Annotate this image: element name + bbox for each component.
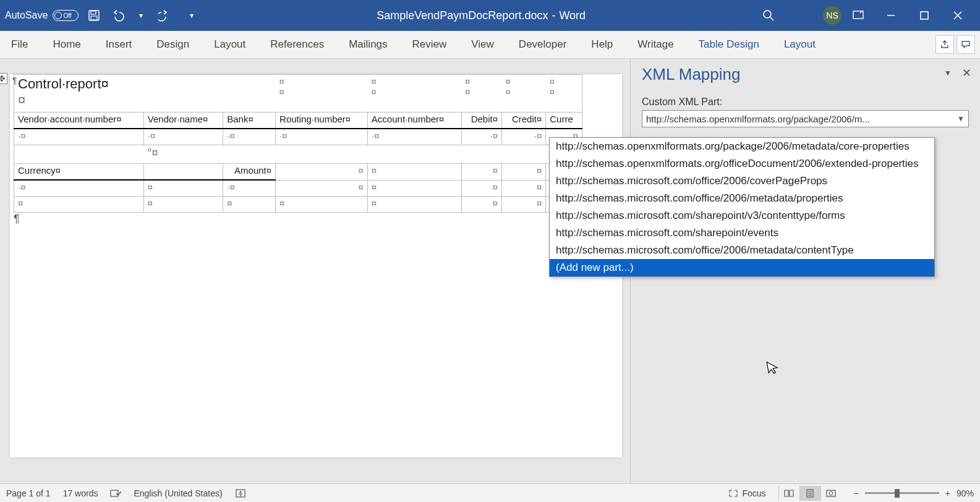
- tab-file[interactable]: File: [11, 38, 28, 51]
- dropdown-option[interactable]: http://schemas.microsoft.com/office/2006…: [550, 190, 934, 207]
- document-page: ✥ ¶ Control·report¤ ¤ ¤¤ ¤¤ ¤¤ ¤¤ ¤¤: [10, 74, 622, 457]
- tab-home[interactable]: Home: [53, 38, 80, 51]
- document-table[interactable]: Control·report¤ ¤ ¤¤ ¤¤ ¤¤ ¤¤ ¤¤ Vendor·…: [14, 74, 582, 213]
- spellcheck-icon[interactable]: [110, 488, 121, 498]
- zoom-in-button[interactable]: +: [945, 488, 950, 498]
- svg-rect-10: [111, 490, 118, 496]
- col-vendor-name: Vendor·name¤: [143, 113, 223, 129]
- cell-mark: ·¤: [18, 182, 26, 192]
- svg-line-4: [770, 17, 773, 20]
- title-bar: AutoSave Off ▾ ▾ SampleVendPaymDocReport…: [0, 0, 980, 31]
- zoom-controls: − + 90%: [854, 488, 974, 498]
- pilcrow-icon: ¶: [14, 213, 20, 225]
- pilcrow-icon: ¶: [12, 75, 17, 85]
- comments-icon[interactable]: [957, 35, 975, 54]
- col-vendor-account: Vendor·account·number¤: [14, 113, 144, 129]
- status-words[interactable]: 17 words: [63, 488, 98, 498]
- cell-mark: ¤: [537, 182, 542, 192]
- cell-mark: ¤: [493, 165, 498, 176]
- close-icon[interactable]: [953, 11, 975, 20]
- cell-mark: ¤: [279, 76, 284, 87]
- cell-mark: ·¤: [18, 130, 26, 141]
- dropdown-option[interactable]: http://schemas.openxmlformats.org/packag…: [550, 138, 934, 155]
- tab-writage[interactable]: Writage: [637, 38, 673, 51]
- tab-developer[interactable]: Developer: [519, 38, 567, 51]
- svg-point-18: [829, 491, 833, 495]
- tab-references[interactable]: References: [270, 38, 324, 51]
- ribbon-display-options-icon[interactable]: [853, 11, 875, 20]
- dropdown-option[interactable]: http://schemas.openxmlformats.org/office…: [550, 155, 934, 172]
- cell-mark: ¤: [359, 182, 364, 192]
- undo-icon[interactable]: [109, 7, 126, 23]
- col-currency-cut: Curre: [546, 113, 582, 129]
- redo-icon[interactable]: [156, 7, 173, 23]
- cell-mark: ·¤: [227, 130, 235, 141]
- document-area[interactable]: ✥ ¶ Control·report¤ ¤ ¤¤ ¤¤ ¤¤ ¤¤ ¤¤: [0, 59, 631, 483]
- cell-mark: ¤: [372, 165, 377, 176]
- tab-review[interactable]: Review: [412, 38, 447, 51]
- accessibility-icon[interactable]: [235, 488, 246, 498]
- share-icon[interactable]: [935, 35, 954, 54]
- dropdown-option-add-new[interactable]: (Add new part...): [550, 259, 934, 276]
- web-layout-icon[interactable]: [820, 486, 842, 501]
- svg-rect-0: [89, 11, 99, 20]
- tab-layout[interactable]: Layout: [214, 38, 245, 51]
- cell-mark: ¤: [465, 76, 470, 87]
- tab-view[interactable]: View: [471, 38, 494, 51]
- save-icon[interactable]: [86, 7, 102, 23]
- dropdown-option[interactable]: http://schemas.microsoft.com/office/2006…: [550, 242, 934, 259]
- status-language[interactable]: English (United States): [134, 488, 222, 498]
- zoom-knob-icon[interactable]: [895, 489, 900, 498]
- focus-label: Focus: [742, 488, 765, 498]
- focus-mode-button[interactable]: Focus: [728, 488, 765, 498]
- col-credit: Credit¤: [501, 113, 545, 129]
- tab-table-layout[interactable]: Layout: [784, 38, 816, 51]
- autosave-toggle[interactable]: AutoSave Off: [5, 10, 79, 21]
- cell-mark: ¤: [505, 87, 510, 97]
- app-name: Word: [559, 9, 586, 22]
- col-currency: Currency¤: [14, 164, 144, 181]
- minimize-icon[interactable]: [886, 11, 908, 20]
- toggle-knob-icon: [54, 12, 62, 19]
- pane-title: XML Mapping: [642, 65, 969, 84]
- window-title: SampleVendPaymDocReport.docx - Word: [200, 9, 762, 22]
- pane-options-icon[interactable]: ▼: [944, 69, 952, 77]
- svg-rect-1: [91, 11, 96, 14]
- tab-design[interactable]: Design: [156, 38, 189, 51]
- read-mode-icon[interactable]: [778, 486, 799, 501]
- status-page[interactable]: Page 1 of 1: [6, 488, 51, 498]
- cell-mark: ¤: [148, 198, 153, 208]
- cell-mark: ¤: [505, 76, 510, 87]
- pane-close-icon[interactable]: ✕: [962, 66, 971, 80]
- dropdown-option[interactable]: http://schemas.microsoft.com/sharepoint/…: [550, 224, 934, 242]
- tab-insert[interactable]: Insert: [106, 38, 132, 51]
- svg-point-3: [764, 11, 771, 18]
- cell-mark: ¤: [493, 198, 498, 208]
- cell-mark: ¤: [371, 76, 376, 87]
- zoom-out-button[interactable]: −: [854, 488, 859, 498]
- tab-table-design[interactable]: Table Design: [699, 38, 759, 51]
- custom-xml-part-combo[interactable]: http://schemas.openxmlformats.org/packag…: [642, 110, 969, 127]
- tab-help[interactable]: Help: [591, 38, 613, 51]
- table-move-handle-icon[interactable]: ✥: [0, 73, 7, 84]
- print-layout-icon[interactable]: [799, 486, 820, 501]
- cell-mark: ¤: [227, 198, 232, 208]
- undo-dropdown-icon[interactable]: ▾: [133, 7, 149, 23]
- custom-xml-part-dropdown[interactable]: http://schemas.openxmlformats.org/packag…: [549, 137, 935, 277]
- user-avatar[interactable]: NS: [823, 6, 842, 25]
- tab-mailings[interactable]: Mailings: [349, 38, 387, 51]
- autosave-switch[interactable]: Off: [53, 10, 79, 21]
- autosave-label: AutoSave: [5, 10, 48, 21]
- cell-mark: ¤: [372, 182, 377, 192]
- zoom-value[interactable]: 90%: [957, 488, 974, 498]
- zoom-slider[interactable]: [865, 492, 939, 494]
- dropdown-option[interactable]: http://schemas.microsoft.com/office/2006…: [550, 172, 934, 190]
- cell-mark: ·¤: [534, 130, 542, 141]
- cell-mark: ·¤: [279, 130, 288, 141]
- cell-mark: ¤: [18, 198, 23, 208]
- search-icon[interactable]: [762, 9, 775, 22]
- dropdown-option[interactable]: http://schemas.microsoft.com/sharepoint/…: [550, 207, 934, 224]
- cell-mark: ¤: [148, 182, 153, 192]
- maximize-icon[interactable]: [919, 11, 942, 20]
- customize-qat-icon[interactable]: ▾: [184, 7, 200, 23]
